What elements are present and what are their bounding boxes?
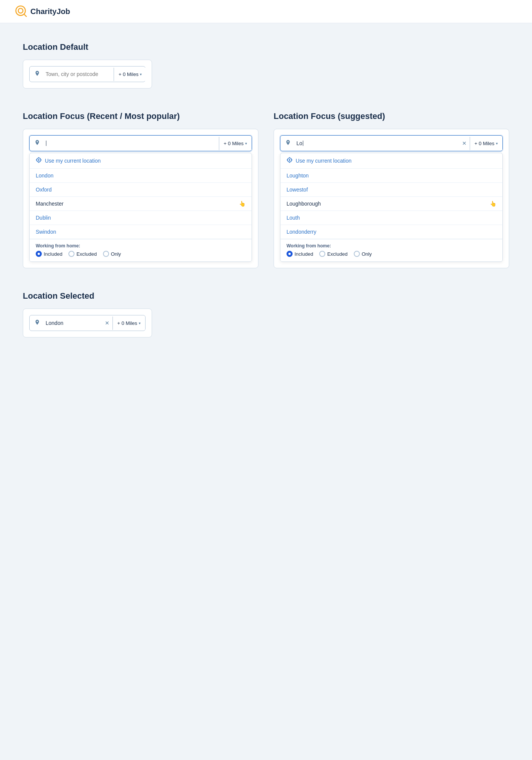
target-icon-suggested	[287, 157, 293, 165]
radio-only-recent	[103, 251, 109, 257]
suggestion-text: Loughton	[287, 173, 309, 179]
selected-miles-label: + 0 Miles	[117, 320, 137, 326]
main-content: Location Default + 0 Miles ▾ Location Fo…	[0, 23, 532, 379]
list-item[interactable]: Loughborough 👆	[280, 197, 502, 211]
suggestion-text: London	[36, 173, 54, 179]
list-item[interactable]: Louth	[280, 211, 502, 225]
location-focus-recent-miles-dropdown[interactable]: + 0 Miles ▾	[219, 137, 252, 150]
clear-button-suggested[interactable]: ✕	[459, 136, 470, 150]
target-icon-recent	[36, 157, 42, 165]
suggestion-text: Manchester	[36, 201, 63, 207]
location-selected-input-row: London ✕ + 0 Miles ▾	[29, 315, 146, 331]
radio-excluded-recent	[68, 251, 74, 257]
location-focus-recent-dropdown: Use my current location London Oxford Ma…	[29, 153, 252, 262]
location-selected-miles-dropdown[interactable]: + 0 Miles ▾	[112, 317, 145, 330]
wfh-section-recent: Working from home: Included Excluded	[30, 239, 252, 261]
location-focus-recent-section: Location Focus (Recent / Most popular) +…	[23, 111, 258, 268]
suggested-input-area[interactable]: Lo	[295, 136, 459, 150]
use-current-location-label-suggested: Use my current location	[296, 158, 352, 164]
svg-line-2	[24, 14, 26, 16]
suggestion-text: Oxford	[36, 187, 52, 193]
clear-button-selected[interactable]: ✕	[102, 316, 112, 330]
location-focus-suggested-input-row: Lo ✕ + 0 Miles ▾	[280, 135, 503, 151]
hand-pointer-icon-suggested: 👆	[490, 201, 496, 207]
wfh-option-label: Excluded	[76, 251, 97, 257]
location-pin-icon-suggested	[280, 136, 295, 151]
wfh-excluded-option-suggested[interactable]: Excluded	[319, 251, 347, 257]
suggestion-text: Lowestof	[287, 187, 308, 193]
suggested-input-value: Lo	[296, 140, 302, 146]
svg-point-1	[18, 8, 23, 13]
list-item[interactable]: Dublin	[30, 211, 252, 225]
wfh-label-suggested: Working from home:	[287, 243, 496, 249]
recent-input-cursor-area[interactable]	[44, 137, 219, 150]
recent-miles-label: + 0 Miles	[224, 141, 244, 146]
wfh-option-label: Included	[294, 251, 313, 257]
radio-included-recent	[36, 251, 42, 257]
use-current-location-label-recent: Use my current location	[45, 158, 101, 164]
hand-pointer-icon: 👆	[239, 201, 245, 207]
logo-icon	[15, 5, 27, 17]
chevron-down-icon: ▾	[140, 72, 142, 76]
suggestion-text: Louth	[287, 215, 300, 221]
wfh-option-label: Only	[111, 251, 121, 257]
location-focus-recent-title: Location Focus (Recent / Most popular)	[23, 111, 258, 121]
wfh-included-option-suggested[interactable]: Included	[287, 251, 313, 257]
location-pin-icon-recent	[30, 136, 44, 151]
wfh-options-recent: Included Excluded Only	[36, 251, 245, 257]
wfh-only-option-suggested[interactable]: Only	[354, 251, 372, 257]
location-focus-recent-widget: + 0 Miles ▾	[23, 129, 258, 268]
location-default-miles-dropdown[interactable]: + 0 Miles ▾	[114, 68, 146, 81]
location-focus-recent-input-row: + 0 Miles ▾	[29, 135, 252, 151]
location-focus-suggested-title: Location Focus (suggested)	[274, 111, 509, 121]
location-default-input-row: + 0 Miles ▾	[29, 66, 146, 82]
location-focus-suggested-miles-dropdown[interactable]: + 0 Miles ▾	[470, 137, 502, 150]
wfh-option-label: Only	[362, 251, 372, 257]
wfh-label-recent: Working from home:	[36, 243, 245, 249]
selected-location-value: London	[46, 320, 63, 326]
list-item[interactable]: Oxford	[30, 183, 252, 197]
chevron-down-icon-suggested: ▾	[496, 141, 498, 146]
location-default-title: Location Default	[23, 42, 509, 52]
suggestion-text: Loughborough	[287, 201, 321, 207]
location-default-input[interactable]	[44, 67, 114, 81]
wfh-excluded-option-recent[interactable]: Excluded	[68, 251, 97, 257]
use-current-location-item-suggested[interactable]: Use my current location	[280, 153, 502, 169]
radio-excluded-suggested	[319, 251, 325, 257]
location-focus-suggested-widget: Lo ✕ + 0 Miles ▾	[274, 129, 509, 268]
use-current-location-item-recent[interactable]: Use my current location	[30, 153, 252, 169]
wfh-included-option-recent[interactable]: Included	[36, 251, 62, 257]
location-selected-section: Location Selected London ✕ + 0 Miles ▾	[23, 291, 509, 337]
list-item[interactable]: Loughton	[280, 169, 502, 183]
svg-point-4	[38, 159, 40, 161]
miles-label: + 0 Miles	[119, 71, 138, 77]
list-item[interactable]: Manchester 👆	[30, 197, 252, 211]
selected-value-area: London	[44, 316, 102, 330]
suggestion-text: Dublin	[36, 215, 51, 221]
wfh-only-option-recent[interactable]: Only	[103, 251, 121, 257]
wfh-options-suggested: Included Excluded Only	[287, 251, 496, 257]
list-item[interactable]: Lowestof	[280, 183, 502, 197]
list-item[interactable]: Londonderry	[280, 225, 502, 239]
logo: CharityJob	[15, 5, 70, 17]
wfh-section-suggested: Working from home: Included Excluded	[280, 239, 502, 261]
location-focus-columns: Location Focus (Recent / Most popular) +…	[23, 111, 509, 268]
logo-text: CharityJob	[30, 7, 70, 16]
list-item[interactable]: London	[30, 169, 252, 183]
location-focus-suggested-dropdown: Use my current location Loughton Lowesto…	[280, 153, 503, 262]
location-selected-widget: London ✕ + 0 Miles ▾	[23, 309, 152, 337]
chevron-down-icon-selected: ▾	[139, 321, 141, 325]
suggested-miles-label: + 0 Miles	[475, 141, 494, 146]
location-focus-suggested-section: Location Focus (suggested) Lo ✕ + 0 Mile…	[274, 111, 509, 268]
suggestion-text: Swindon	[36, 229, 56, 235]
header: CharityJob	[0, 0, 532, 23]
location-default-section: Location Default + 0 Miles ▾	[23, 42, 509, 89]
wfh-option-label: Excluded	[327, 251, 347, 257]
location-default-widget: + 0 Miles ▾	[23, 60, 152, 89]
location-selected-title: Location Selected	[23, 291, 509, 301]
wfh-option-label: Included	[44, 251, 62, 257]
text-cursor-suggested	[303, 141, 303, 146]
radio-only-suggested	[354, 251, 360, 257]
text-cursor	[46, 141, 46, 146]
list-item[interactable]: Swindon	[30, 225, 252, 239]
